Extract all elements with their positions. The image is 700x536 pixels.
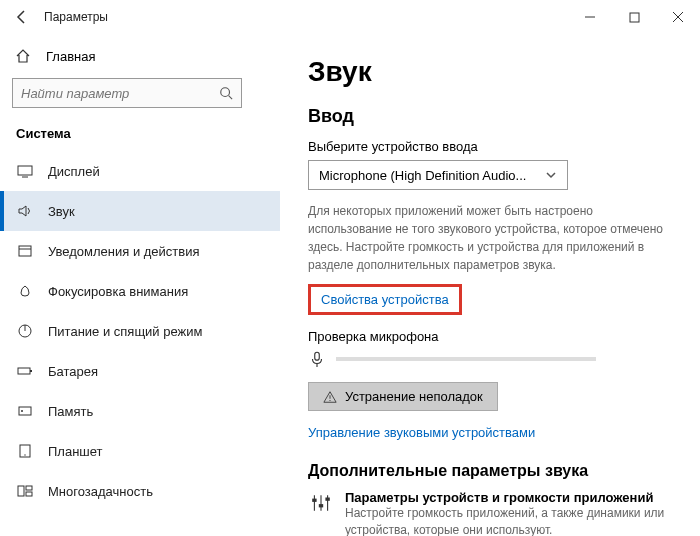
device-properties-link[interactable]: Свойства устройства [321,292,449,307]
sidebar: Главная Система Дисплей Звук [0,34,280,536]
svg-rect-10 [18,368,30,374]
sidebar-item-label: Уведомления и действия [48,244,200,259]
sidebar-home-label: Главная [46,49,95,64]
sound-icon [16,203,34,219]
search-input[interactable] [12,78,242,108]
input-device-value: Microphone (High Definition Audio... [319,168,526,183]
svg-line-3 [229,96,233,100]
input-device-select[interactable]: Microphone (High Definition Audio... [308,160,568,190]
adv-item-title: Параметры устройств и громкости приложен… [345,490,672,505]
titlebar: Параметры [0,0,700,34]
sidebar-item-battery[interactable]: Батарея [0,351,280,391]
sidebar-item-notifications[interactable]: Уведомления и действия [0,231,280,271]
section-input-heading: Ввод [308,106,672,127]
sidebar-item-label: Дисплей [48,164,100,179]
sidebar-item-label: Многозадачность [48,484,153,499]
search-field[interactable] [21,86,219,101]
svg-rect-17 [26,486,32,490]
troubleshoot-label: Устранение неполадок [345,389,483,404]
svg-rect-27 [318,504,322,507]
power-icon [16,323,34,339]
troubleshoot-button[interactable]: Устранение неполадок [308,382,498,411]
sidebar-item-label: Питание и спящий режим [48,324,202,339]
svg-point-13 [21,410,23,412]
svg-rect-18 [26,492,32,496]
battery-icon [16,363,34,379]
maximize-button[interactable] [612,2,656,32]
sidebar-nav[interactable]: Дисплей Звук Уведомления и действия Фоку… [0,151,280,536]
pick-device-label: Выберите устройство ввода [308,139,672,154]
display-icon [16,163,34,179]
manage-devices-link[interactable]: Управление звуковыми устройствами [308,425,535,440]
chevron-down-icon [545,169,557,181]
svg-rect-1 [630,13,639,22]
svg-point-2 [221,88,230,97]
svg-rect-19 [315,352,320,360]
sidebar-item-label: Батарея [48,364,98,379]
mic-level-meter [336,357,596,361]
sidebar-item-label: Память [48,404,93,419]
svg-rect-28 [325,498,329,501]
close-button[interactable] [656,2,700,32]
sidebar-item-power[interactable]: Питание и спящий режим [0,311,280,351]
back-button[interactable] [6,9,38,25]
svg-point-15 [24,454,25,455]
sidebar-item-focus[interactable]: Фокусировка внимания [0,271,280,311]
app-volume-link[interactable]: Параметры устройств и громкости приложен… [308,490,672,536]
svg-rect-16 [18,486,24,496]
sidebar-home[interactable]: Главная [0,40,280,72]
window-title: Параметры [44,10,108,24]
sidebar-item-label: Звук [48,204,75,219]
minimize-button[interactable] [568,2,612,32]
advanced-heading: Дополнительные параметры звука [308,462,672,480]
multitask-icon [16,483,34,499]
microphone-icon [308,350,326,368]
focus-icon [16,283,34,299]
storage-icon [16,403,34,419]
svg-rect-26 [312,499,316,502]
sidebar-item-multitask[interactable]: Многозадачность [0,471,280,511]
svg-rect-6 [19,246,31,256]
notification-icon [16,243,34,259]
mixer-icon [308,490,333,516]
tablet-icon [16,443,34,459]
warning-icon [323,390,337,404]
sidebar-item-label: Фокусировка внимания [48,284,188,299]
svg-rect-11 [30,370,32,372]
svg-rect-4 [18,166,32,175]
sidebar-item-display[interactable]: Дисплей [0,151,280,191]
sidebar-category: Система [0,118,280,151]
mic-test-label: Проверка микрофона [308,329,672,344]
home-icon [14,48,32,64]
page-title: Звук [308,56,672,88]
sidebar-item-sound[interactable]: Звук [0,191,280,231]
sidebar-item-label: Планшет [48,444,103,459]
svg-rect-12 [19,407,31,415]
device-properties-link-highlight: Свойства устройства [308,284,462,315]
sidebar-item-storage[interactable]: Память [0,391,280,431]
adv-item-sub: Настройте громкость приложений, а также … [345,505,672,536]
sidebar-item-tablet[interactable]: Планшет [0,431,280,471]
search-icon [219,86,233,100]
input-note: Для некоторых приложений может быть наст… [308,202,668,274]
content-area[interactable]: Звук Ввод Выберите устройство ввода Micr… [280,34,700,536]
svg-point-22 [329,399,330,400]
